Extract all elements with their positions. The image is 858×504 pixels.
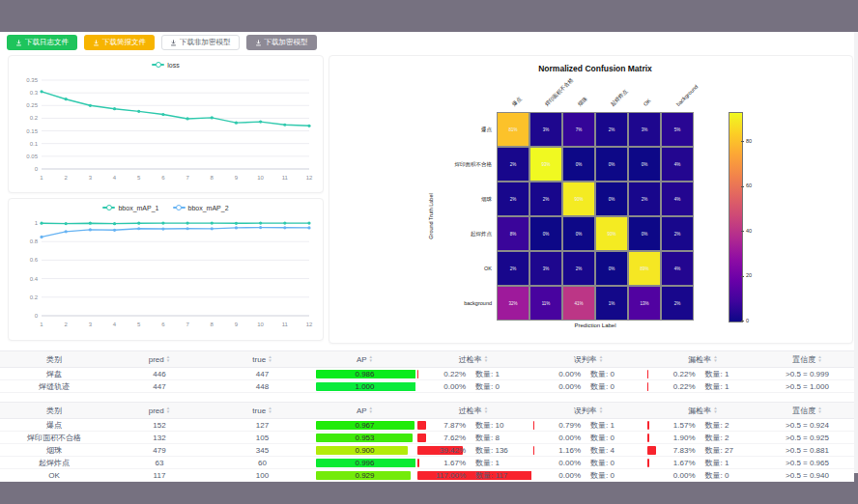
legend-label: bbox_mAP_1: [118, 205, 158, 211]
cell-ap: 0.900: [314, 444, 415, 456]
matrix-cell: 2%: [595, 112, 628, 147]
cell-miss-rate: 1.57%数量: 2: [645, 419, 760, 431]
matrix-row-label: 焊印面积不合格: [455, 161, 493, 168]
column-header-7[interactable]: 置信度▲▼: [760, 403, 854, 418]
cell-ap: 0.929: [314, 469, 415, 481]
legend-item-bbox_mAP_1[interactable]: bbox_mAP_1: [102, 205, 158, 211]
dashboard-page: 下载日志文件 下载简报文件 下载非加密模型 下载加密模型 loss 0.350.…: [0, 32, 858, 473]
cell-confidence: >0.5 = 0.881: [760, 444, 854, 456]
sort-caret-icon[interactable]: ▲▼: [484, 406, 488, 413]
matrix-cell: 81%: [497, 112, 529, 147]
svg-text:2: 2: [65, 175, 69, 181]
sort-caret-icon[interactable]: ▲▼: [166, 406, 170, 413]
sort-caret-icon[interactable]: ▲▼: [599, 406, 603, 413]
svg-text:11: 11: [282, 175, 289, 181]
column-header-4[interactable]: 过检率▲▼: [415, 403, 531, 418]
confusion-matrix-xlabel: Prediction Label: [497, 322, 694, 328]
column-header-5[interactable]: 误判率▲▼: [531, 351, 645, 367]
column-header-1[interactable]: pred▲▼: [108, 351, 211, 367]
matrix-row-label: 烟珠: [481, 196, 492, 203]
sort-caret-icon[interactable]: ▲▼: [166, 355, 170, 362]
sort-caret-icon[interactable]: ▲▼: [713, 355, 717, 362]
download-plain-model-button[interactable]: 下载非加密模型: [161, 35, 240, 50]
matrix-cell: 2%: [562, 251, 595, 286]
matrix-col-label: 起焊炸点: [610, 89, 628, 107]
svg-text:0.35: 0.35: [26, 77, 38, 83]
sort-caret-icon[interactable]: ▲▼: [369, 406, 373, 413]
column-header-6[interactable]: 漏检率▲▼: [645, 403, 760, 418]
metrics-table-2: 类别pred▲▼true▲▼AP▲▼过检率▲▼误判率▲▼漏检率▲▼置信度▲▼爆点…: [0, 402, 854, 482]
sort-caret-icon[interactable]: ▲▼: [268, 355, 272, 362]
download-log-button[interactable]: 下载日志文件: [7, 35, 77, 50]
column-header-1[interactable]: pred▲▼: [108, 403, 211, 418]
legend-label: bbox_mAP_2: [188, 205, 229, 211]
column-header-3[interactable]: AP▲▼: [314, 403, 415, 418]
cell-misjudge-rate: 0.79%数量: 1: [531, 419, 645, 431]
map-line-chart: 10.80.60.40.20123456789101112: [9, 216, 323, 340]
download-icon: [170, 40, 177, 46]
column-header-2[interactable]: true▲▼: [211, 403, 314, 418]
cell-class: 焊印面积不合格: [0, 432, 108, 443]
matrix-cell: 7%: [562, 112, 595, 147]
matrix-cell: 0%: [595, 147, 628, 182]
cell-misjudge-rate: 0.00%数量: 0: [531, 368, 645, 379]
cell-ap: 0.953: [314, 432, 415, 443]
matrix-row-label: OK: [484, 266, 492, 271]
column-header-0: 类别: [0, 403, 108, 418]
cell-true: 105: [211, 432, 314, 443]
cell-true: 100: [211, 469, 314, 481]
confusion-matrix-title: Normalized Confusion Matrix: [455, 64, 735, 73]
download-encrypted-model-button[interactable]: 下载加密模型: [246, 35, 317, 50]
matrix-cell: 13%: [628, 286, 661, 321]
matrix-cell: 3%: [529, 112, 562, 147]
column-header-4[interactable]: 过检率▲▼: [415, 351, 531, 367]
legend-line-icon: [102, 207, 115, 209]
cell-miss-rate: 0.22%数量: 1: [645, 380, 760, 392]
cell-over-rate: 0.22%数量: 1: [415, 368, 531, 379]
scrollbar[interactable]: [854, 32, 858, 473]
legend-line-icon: [173, 207, 186, 209]
cell-miss-rate: 0.22%数量: 1: [645, 368, 760, 379]
column-header-6[interactable]: 漏检率▲▼: [645, 351, 760, 367]
column-header-3[interactable]: AP▲▼: [314, 351, 415, 367]
svg-text:5: 5: [137, 322, 141, 327]
cell-class: 烟珠: [0, 444, 108, 456]
matrix-cell: 0%: [628, 147, 661, 182]
sort-caret-icon[interactable]: ▲▼: [817, 355, 821, 362]
matrix-cell: 4%: [661, 251, 694, 286]
legend-item-bbox_mAP_2[interactable]: bbox_mAP_2: [173, 205, 229, 211]
svg-text:9: 9: [235, 175, 239, 181]
column-header-7[interactable]: 置信度▲▼: [760, 351, 854, 367]
cell-pred: 446: [108, 368, 211, 379]
download-encrypted-model-label: 下载加密模型: [265, 38, 308, 47]
table-row: OK1171000.929117.00%数量: 1170.00%数量: 00.0…: [0, 469, 854, 482]
metrics-tables: 类别pred▲▼true▲▼AP▲▼过检率▲▼误判率▲▼漏检率▲▼置信度▲▼焊盘…: [0, 350, 854, 482]
map-chart-legend: bbox_mAP_1bbox_mAP_2: [9, 199, 323, 216]
svg-text:8: 8: [211, 322, 214, 327]
cell-ap: 0.996: [314, 457, 415, 468]
sort-caret-icon[interactable]: ▲▼: [484, 355, 488, 362]
svg-text:0.25: 0.25: [26, 102, 38, 108]
download-report-button[interactable]: 下载简报文件: [84, 35, 155, 50]
matrix-cell: 0%: [595, 251, 628, 286]
column-header-2[interactable]: true▲▼: [211, 351, 314, 367]
sort-caret-icon[interactable]: ▲▼: [599, 355, 603, 362]
matrix-cell: 0%: [562, 216, 595, 251]
download-log-label: 下载日志文件: [25, 38, 69, 47]
cell-over-rate: 7.62%数量: 8: [415, 432, 531, 443]
sort-caret-icon[interactable]: ▲▼: [268, 406, 272, 413]
legend-item-loss[interactable]: loss: [152, 62, 179, 69]
svg-text:3: 3: [89, 175, 93, 181]
app-root: { "toolbar": { "buttons": [ {"label": "下…: [0, 0, 858, 504]
matrix-col-label: 烟珠: [577, 97, 587, 107]
sort-caret-icon[interactable]: ▲▼: [713, 406, 717, 413]
table-header-row: 类别pred▲▼true▲▼AP▲▼过检率▲▼误判率▲▼漏检率▲▼置信度▲▼: [0, 350, 854, 368]
svg-text:4: 4: [113, 175, 117, 181]
sort-caret-icon[interactable]: ▲▼: [369, 355, 373, 362]
matrix-cell: 2%: [661, 286, 694, 321]
cell-class: OK: [0, 469, 108, 481]
column-header-5[interactable]: 误判率▲▼: [531, 403, 645, 418]
svg-text:1: 1: [40, 322, 43, 327]
matrix-col-label: 焊印面积不合格: [544, 77, 574, 107]
sort-caret-icon[interactable]: ▲▼: [817, 406, 821, 413]
